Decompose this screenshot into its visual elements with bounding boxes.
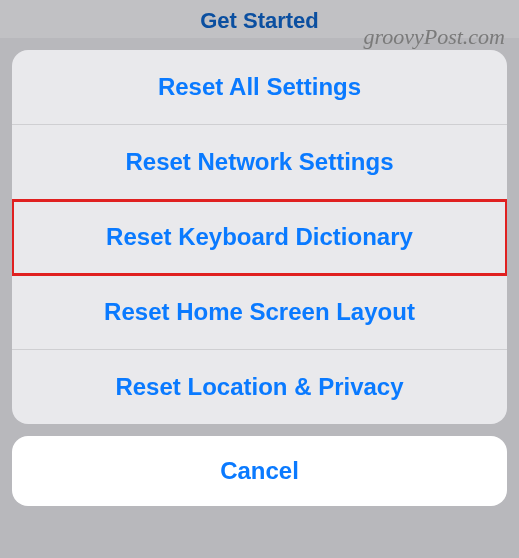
action-label: Reset All Settings bbox=[158, 73, 361, 100]
cancel-label: Cancel bbox=[220, 457, 299, 484]
action-label: Reset Home Screen Layout bbox=[104, 298, 415, 325]
header-bar: Get Started bbox=[0, 0, 519, 38]
action-label: Reset Network Settings bbox=[125, 148, 393, 175]
action-label: Reset Location & Privacy bbox=[115, 373, 403, 400]
action-sheet-container: Reset All Settings Reset Network Setting… bbox=[0, 50, 519, 506]
reset-keyboard-dictionary-button[interactable]: Reset Keyboard Dictionary bbox=[12, 200, 507, 275]
reset-location-privacy-button[interactable]: Reset Location & Privacy bbox=[12, 350, 507, 424]
reset-network-settings-button[interactable]: Reset Network Settings bbox=[12, 125, 507, 200]
action-label: Reset Keyboard Dictionary bbox=[106, 223, 413, 250]
action-sheet: Reset All Settings Reset Network Setting… bbox=[12, 50, 507, 424]
header-title: Get Started bbox=[200, 8, 319, 33]
reset-all-settings-button[interactable]: Reset All Settings bbox=[12, 50, 507, 125]
reset-home-screen-layout-button[interactable]: Reset Home Screen Layout bbox=[12, 275, 507, 350]
cancel-button[interactable]: Cancel bbox=[12, 436, 507, 506]
